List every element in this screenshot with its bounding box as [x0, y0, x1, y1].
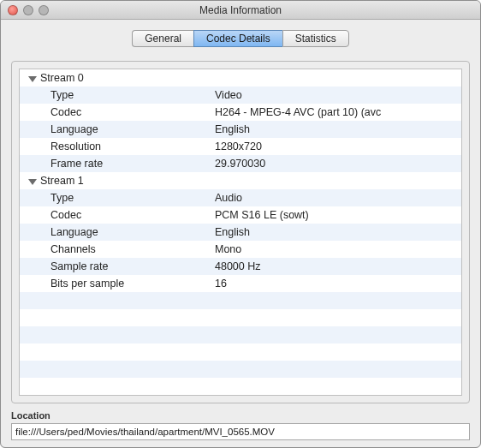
table-row[interactable]: Frame rate29.970030 — [20, 155, 461, 172]
table-row — [20, 361, 461, 378]
zoom-window-button[interactable] — [39, 5, 49, 15]
table-row[interactable]: Stream 1 — [20, 172, 461, 189]
disclosure-triangle-icon[interactable] — [28, 179, 37, 185]
cell-key: Codec — [20, 206, 215, 224]
disclosure-triangle-icon[interactable] — [28, 76, 37, 82]
tab-statistics[interactable]: Statistics — [282, 30, 349, 47]
cell-value: Audio — [215, 189, 461, 206]
cell-key: Codec — [20, 104, 215, 121]
cell-key: Type — [20, 87, 215, 104]
cell-value: English — [215, 224, 461, 241]
window-content: General Codec Details Statistics Stream … — [1, 20, 480, 448]
cell-key: Language — [20, 224, 215, 241]
table-row — [20, 343, 461, 361]
table-row[interactable]: CodecH264 - MPEG-4 AVC (part 10) (avc — [20, 104, 461, 121]
cell-value: Video — [215, 87, 461, 104]
table-row — [20, 378, 461, 395]
cell-value: 29.970030 — [215, 155, 461, 172]
media-information-window: Media Information General Codec Details … — [0, 0, 481, 448]
table-row — [20, 326, 461, 343]
titlebar: Media Information — [1, 1, 480, 20]
stream-header-label: Stream 0 — [40, 69, 84, 87]
tab-segmented-control: General Codec Details Statistics — [132, 30, 348, 47]
cell-value: 1280x720 — [215, 138, 461, 155]
cell-value: Mono — [215, 241, 461, 258]
cell-key: Resolution — [20, 138, 215, 155]
cell-key: Bits per sample — [20, 275, 215, 292]
location-section: Location — [11, 410, 470, 440]
table-row[interactable]: CodecPCM S16 LE (sowt) — [20, 206, 461, 224]
stream-header: Stream 0 — [20, 69, 215, 87]
table-row[interactable]: LanguageEnglish — [20, 121, 461, 138]
table-row[interactable]: TypeAudio — [20, 189, 461, 206]
codec-details-panel: Stream 0TypeVideoCodecH264 - MPEG-4 AVC … — [11, 61, 470, 403]
table-row[interactable]: Resolution1280x720 — [20, 138, 461, 155]
window-title: Media Information — [1, 4, 480, 16]
table-row[interactable]: Stream 0 — [20, 69, 461, 87]
cell-key: Channels — [20, 241, 215, 258]
cell-key: Language — [20, 121, 215, 138]
cell-value: H264 - MPEG-4 AVC (part 10) (avc — [215, 104, 461, 121]
cell-value: English — [215, 121, 461, 138]
window-controls — [8, 5, 49, 15]
cell-key: Type — [20, 189, 215, 206]
table-row[interactable]: Bits per sample16 — [20, 275, 461, 292]
location-input[interactable] — [11, 423, 470, 440]
cell-key: Frame rate — [20, 155, 215, 172]
table-row[interactable]: LanguageEnglish — [20, 224, 461, 241]
minimize-window-button[interactable] — [23, 5, 33, 15]
tab-general[interactable]: General — [132, 30, 193, 47]
tab-codec-details[interactable]: Codec Details — [193, 30, 282, 47]
tab-bar: General Codec Details Statistics — [11, 30, 470, 49]
close-window-button[interactable] — [8, 5, 18, 15]
stream-header-label: Stream 1 — [40, 172, 84, 189]
table-row — [20, 309, 461, 326]
streams-table: Stream 0TypeVideoCodecH264 - MPEG-4 AVC … — [19, 69, 462, 396]
cell-key: Sample rate — [20, 258, 215, 275]
stream-header: Stream 1 — [20, 172, 215, 189]
table-row[interactable]: TypeVideo — [20, 87, 461, 104]
cell-value — [215, 69, 461, 87]
cell-value — [215, 172, 461, 189]
cell-value: PCM S16 LE (sowt) — [215, 206, 461, 224]
cell-value: 16 — [215, 275, 461, 292]
table-row[interactable]: Sample rate48000 Hz — [20, 258, 461, 275]
table-row[interactable]: ChannelsMono — [20, 241, 461, 258]
cell-value: 48000 Hz — [215, 258, 461, 275]
table-row — [20, 292, 461, 309]
location-label: Location — [11, 410, 470, 421]
